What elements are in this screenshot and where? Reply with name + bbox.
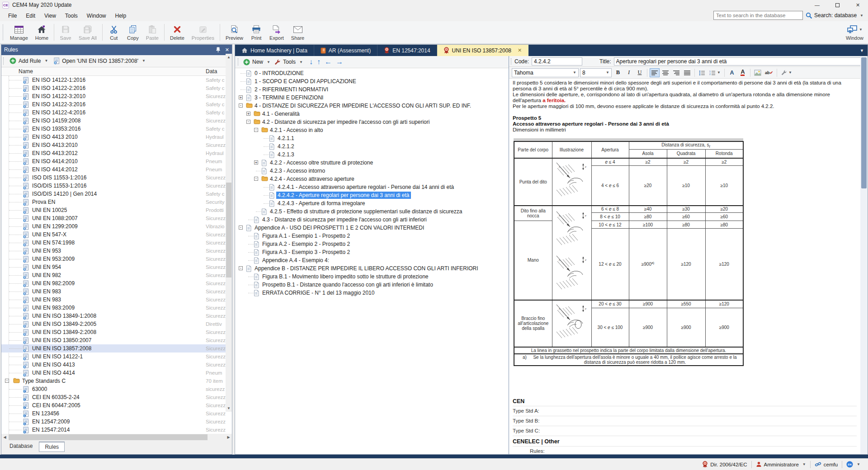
scrollbar-thumb[interactable] — [226, 183, 231, 277]
section-tree-item[interactable]: 4.2.1.2 — [235, 142, 509, 150]
rules-item-row[interactable]: CEN 123456Sicurezz — [1, 409, 232, 418]
rules-item-row[interactable]: BISO DIS 11553-1:2016Sicurezz — [1, 174, 232, 182]
window-button[interactable]: ▼ Window — [842, 23, 867, 42]
rules-item-row[interactable]: BUNI EN 954Sicurezz — [1, 263, 232, 271]
bold-button[interactable]: B — [613, 68, 623, 77]
section-tree-item[interactable]: Figura A.2 - Esempio 2 - Prospetto 2 — [235, 240, 509, 248]
rules-item-row[interactable]: CEN 12547:2014Sicurezz — [1, 426, 232, 434]
menu-help[interactable]: Help — [111, 11, 131, 20]
align-left-button[interactable] — [650, 68, 660, 77]
rules-item-row[interactable]: BUNI EN ISO 13849-1:2008Sicurezz — [1, 312, 232, 320]
panel-tab-rules[interactable]: Rules — [39, 442, 65, 452]
link-field-row[interactable]: Type Std B: — [513, 416, 857, 426]
text-highlight-button[interactable]: A — [738, 68, 748, 77]
share-button[interactable]: Share — [288, 22, 308, 43]
numbered-list-button[interactable]: 12▼ — [708, 68, 722, 77]
collapse-icon[interactable]: - — [254, 177, 258, 181]
minimize-button[interactable]: — — [807, 0, 827, 10]
underline-button[interactable]: U — [635, 68, 645, 77]
rules-column-headers[interactable]: Name Data — [1, 67, 232, 76]
advanced-tools-button[interactable]: ▼ — [779, 68, 793, 77]
copy-button[interactable]: Copy — [123, 22, 142, 43]
tab-list-chevron-icon[interactable]: ▼ — [860, 45, 868, 56]
menu-window[interactable]: Window — [82, 11, 111, 20]
rules-item-row[interactable]: BUNI EN 1088:2007Sicurezz — [1, 214, 232, 222]
rules-item-row[interactable]: BEN ISO 14122-3:2016Safety c — [1, 100, 232, 108]
collapse-icon[interactable]: - — [239, 226, 243, 230]
print-button[interactable]: Print — [247, 22, 266, 43]
expand-icon[interactable]: + — [246, 112, 250, 116]
code-field[interactable] — [532, 57, 582, 66]
section-tree-item[interactable]: 4.2.5 - Effetto di strutture di protezio… — [235, 207, 509, 216]
section-tree-item[interactable]: 4.2.4.3 - Aperture di forma irregolare — [235, 199, 509, 207]
navigate-back-icon[interactable]: ← — [325, 58, 332, 66]
rules-item-row[interactable]: BEN ISO 19353:2016Safety c — [1, 125, 232, 133]
scrollbar-thumb[interactable] — [9, 434, 208, 440]
rules-item-row[interactable]: BUNI EN 983Sicurezz — [1, 287, 232, 296]
rules-item-row[interactable]: BEN ISO 4413:2012Hydraul — [1, 149, 232, 157]
section-tree-item[interactable]: ERRATA CORRIGE - N° 1 del 13 maggio 2010 — [235, 289, 509, 297]
scroll-up-icon[interactable]: ▲ — [226, 54, 232, 61]
align-center-button[interactable] — [660, 68, 670, 77]
spellcheck-button[interactable]: ab✔ — [764, 68, 774, 77]
rules-item-row[interactable]: BUNI EN ISO 4414Pneum — [1, 369, 232, 377]
scrollbar-thumb[interactable] — [861, 57, 867, 188]
column-header-data[interactable]: Data — [206, 68, 217, 75]
collapse-icon[interactable]: - — [254, 128, 258, 132]
section-tree-item[interactable]: +3 - TERMINI E DEFINIZIONI — [235, 94, 509, 102]
section-tree-item[interactable]: -Appendice A - USO DEI PROSPETTI 1 E 2 C… — [235, 224, 509, 232]
section-tree-item[interactable]: -4.2.4 - Accesso attraverso aperture — [235, 175, 509, 183]
rules-item-row[interactable]: BEN ISO 14122-2:2016Safety c — [1, 84, 232, 92]
close-tab-icon[interactable]: ✕ — [518, 47, 522, 53]
move-up-icon[interactable]: ↑ — [317, 58, 321, 66]
rules-item-row[interactable]: BUNI EN 983:2009Sicurezz — [1, 304, 232, 312]
maximize-button[interactable] — [827, 0, 848, 10]
align-right-button[interactable] — [671, 68, 681, 77]
section-tree-item[interactable]: 4.2.3 - Accesso intorno — [235, 167, 509, 175]
rules-item-row[interactable]: BEN ISO 14122-4:2016Safety c — [1, 108, 232, 117]
add-rule-button[interactable]: Add Rule ▼ — [8, 56, 50, 65]
menu-file[interactable]: File — [4, 11, 21, 20]
align-justify-button[interactable] — [682, 68, 692, 77]
pin-icon[interactable] — [216, 47, 221, 53]
rules-item-row[interactable]: BUNI EN 953:2009Sicurezz — [1, 255, 232, 263]
rules-item-row[interactable]: CCEI EN 60335-2-24Sicurezz — [1, 393, 232, 401]
rules-item-row[interactable]: BUNI EN 953Sicurezz — [1, 247, 232, 255]
document-tab[interactable]: UNI EN ISO 13857:2008✕ — [437, 45, 529, 56]
home-button[interactable]: Home — [32, 22, 52, 43]
tools-button[interactable]: Tools ▼ — [274, 59, 303, 66]
section-tree-item[interactable]: 4.2.4.2 - Aperture regolari per persone … — [235, 191, 509, 199]
document-tab[interactable]: Home Machinery | Data — [235, 45, 314, 56]
rules-vertical-scrollbar[interactable]: ▲ ▼ — [226, 54, 232, 412]
section-tree-item[interactable]: 1 - SCOPO E CAMPO DI APPLICAZIONE — [235, 77, 509, 85]
close-button[interactable]: ✕ — [848, 0, 868, 10]
rules-item-row[interactable]: BUNI EN ISO 13849-2:2005Direttiv — [1, 320, 232, 328]
section-tree-item[interactable]: -4 - DISTANZE DI SICUREZZA PER IMPEDIRE … — [235, 102, 509, 110]
rules-item-row[interactable]: BUNI EN ISO 13849-2:2008Sicurezz — [1, 328, 232, 336]
section-tree-item[interactable]: 2 - RIFERIMENTI NORMATIVI — [235, 85, 509, 94]
scroll-down-icon[interactable]: ▼ — [226, 405, 232, 412]
section-tree-item[interactable]: -4.2.1 - Accesso in alto — [235, 126, 509, 134]
menu-tools[interactable]: Tools — [61, 11, 82, 20]
column-header-name[interactable]: Name — [19, 68, 33, 75]
collapse-icon[interactable]: - — [239, 103, 243, 108]
cut-button[interactable]: Cut — [104, 22, 123, 43]
rules-item-row[interactable]: BEN ISO 14122-1:2016Safety c — [1, 76, 232, 84]
scroll-right-icon[interactable]: ▶ — [225, 434, 232, 441]
rules-item-row[interactable]: BISO/DIS 14120 | Gen 2014Safety c — [1, 190, 232, 198]
document-tab[interactable]: AR (Assessment) — [314, 45, 377, 56]
expand-icon[interactable]: + — [239, 95, 243, 99]
section-tree-item[interactable]: -Appendice B - DISTANZE PER IMPEDIRE IL … — [235, 264, 509, 273]
close-panel-icon[interactable]: ✕ — [225, 47, 229, 53]
collapse-icon[interactable]: - — [246, 120, 250, 124]
font-family-select[interactable]: Tahoma ▼ — [512, 68, 579, 77]
rules-item-row[interactable]: BEN ISO 4414:2012Pneum — [1, 165, 232, 174]
section-tree-item[interactable]: 4.2.1.1 — [235, 134, 509, 142]
link-field-row[interactable]: Type Std A: — [513, 406, 857, 416]
rules-item-row[interactable]: BUNI EN 982Sicurezz — [1, 271, 232, 279]
manage-button[interactable]: Manage — [6, 22, 32, 43]
menu-edit[interactable]: Edit — [21, 11, 40, 20]
navigate-forward-icon[interactable]: → — [336, 58, 343, 66]
search-database-button[interactable]: Search: database ▼ — [806, 12, 863, 19]
status-amministratore[interactable]: Amministratore▼ — [752, 461, 810, 469]
